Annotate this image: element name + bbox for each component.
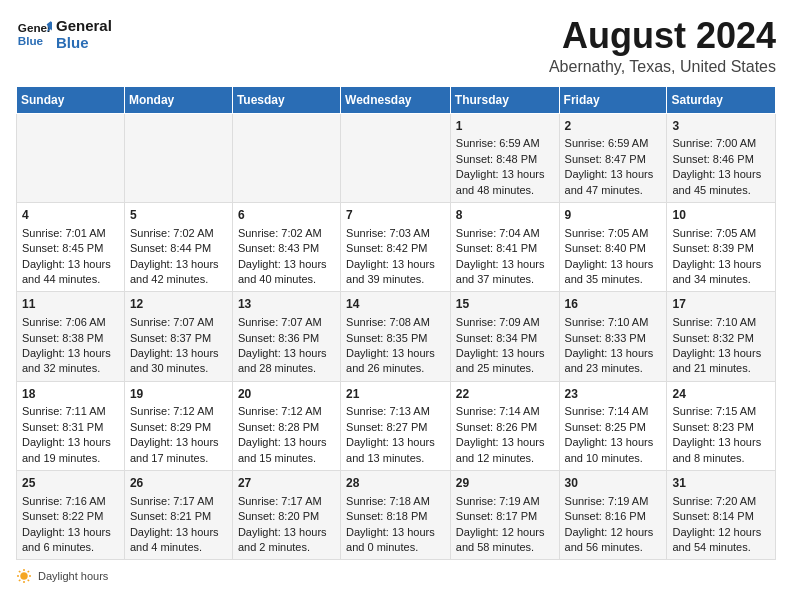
- week-row: 4Sunrise: 7:01 AMSunset: 8:45 PMDaylight…: [17, 202, 776, 291]
- day-info-line: Sunset: 8:22 PM: [22, 509, 119, 524]
- day-info-line: Daylight: 13 hours and 28 minutes.: [238, 346, 335, 377]
- day-info-line: Sunset: 8:37 PM: [130, 331, 227, 346]
- day-info-line: Daylight: 13 hours and 32 minutes.: [22, 346, 119, 377]
- day-info-line: Sunset: 8:18 PM: [346, 509, 445, 524]
- calendar-cell: [124, 113, 232, 202]
- day-number: 18: [22, 386, 119, 403]
- day-info-line: Sunset: 8:41 PM: [456, 241, 554, 256]
- calendar-cell: 23Sunrise: 7:14 AMSunset: 8:25 PMDayligh…: [559, 381, 667, 470]
- day-info-line: Sunrise: 7:13 AM: [346, 404, 445, 419]
- calendar-cell: 15Sunrise: 7:09 AMSunset: 8:34 PMDayligh…: [450, 292, 559, 381]
- week-row: 18Sunrise: 7:11 AMSunset: 8:31 PMDayligh…: [17, 381, 776, 470]
- day-info-line: Daylight: 13 hours and 17 minutes.: [130, 435, 227, 466]
- day-info-line: Sunset: 8:47 PM: [565, 152, 662, 167]
- day-number: 22: [456, 386, 554, 403]
- calendar-cell: 28Sunrise: 7:18 AMSunset: 8:18 PMDayligh…: [341, 471, 451, 560]
- svg-line-8: [19, 571, 20, 572]
- day-number: 19: [130, 386, 227, 403]
- day-number: 2: [565, 118, 662, 135]
- calendar-cell: 16Sunrise: 7:10 AMSunset: 8:33 PMDayligh…: [559, 292, 667, 381]
- calendar-cell: 13Sunrise: 7:07 AMSunset: 8:36 PMDayligh…: [232, 292, 340, 381]
- logo-icon: General Blue: [16, 16, 52, 52]
- calendar-cell: [17, 113, 125, 202]
- day-info-line: Sunset: 8:32 PM: [672, 331, 770, 346]
- day-info-line: Daylight: 13 hours and 48 minutes.: [456, 167, 554, 198]
- day-info-line: Sunrise: 7:03 AM: [346, 226, 445, 241]
- day-number: 11: [22, 296, 119, 313]
- day-info-line: Daylight: 13 hours and 21 minutes.: [672, 346, 770, 377]
- day-info-line: Sunrise: 7:10 AM: [565, 315, 662, 330]
- day-number: 8: [456, 207, 554, 224]
- day-info-line: Sunrise: 7:20 AM: [672, 494, 770, 509]
- day-info-line: Sunrise: 7:15 AM: [672, 404, 770, 419]
- calendar-cell: 7Sunrise: 7:03 AMSunset: 8:42 PMDaylight…: [341, 202, 451, 291]
- header-day-monday: Monday: [124, 86, 232, 113]
- calendar-cell: [341, 113, 451, 202]
- calendar-table: SundayMondayTuesdayWednesdayThursdayFrid…: [16, 86, 776, 561]
- day-number: 26: [130, 475, 227, 492]
- calendar-cell: 30Sunrise: 7:19 AMSunset: 8:16 PMDayligh…: [559, 471, 667, 560]
- day-info-line: Sunset: 8:44 PM: [130, 241, 227, 256]
- day-number: 16: [565, 296, 662, 313]
- day-info-line: Sunset: 8:35 PM: [346, 331, 445, 346]
- subtitle: Abernathy, Texas, United States: [549, 58, 776, 76]
- day-number: 15: [456, 296, 554, 313]
- day-info-line: Sunset: 8:38 PM: [22, 331, 119, 346]
- calendar-cell: 25Sunrise: 7:16 AMSunset: 8:22 PMDayligh…: [17, 471, 125, 560]
- day-info-line: Sunrise: 7:07 AM: [130, 315, 227, 330]
- day-info-line: Sunset: 8:27 PM: [346, 420, 445, 435]
- header-day-saturday: Saturday: [667, 86, 776, 113]
- day-info-line: Sunrise: 7:05 AM: [565, 226, 662, 241]
- day-info-line: Sunset: 8:21 PM: [130, 509, 227, 524]
- day-info-line: Sunset: 8:46 PM: [672, 152, 770, 167]
- footer: Daylight hours: [16, 568, 776, 584]
- day-number: 24: [672, 386, 770, 403]
- day-info-line: Daylight: 13 hours and 42 minutes.: [130, 257, 227, 288]
- day-number: 5: [130, 207, 227, 224]
- day-number: 21: [346, 386, 445, 403]
- title-area: August 2024 Abernathy, Texas, United Sta…: [549, 16, 776, 76]
- logo-line2: Blue: [56, 34, 112, 51]
- day-info-line: Daylight: 13 hours and 47 minutes.: [565, 167, 662, 198]
- day-info-line: Sunrise: 7:17 AM: [130, 494, 227, 509]
- day-number: 9: [565, 207, 662, 224]
- svg-point-3: [21, 573, 28, 580]
- day-info-line: Daylight: 13 hours and 8 minutes.: [672, 435, 770, 466]
- header: General Blue General Blue August 2024 Ab…: [16, 16, 776, 76]
- day-info-line: Sunset: 8:29 PM: [130, 420, 227, 435]
- day-info-line: Daylight: 12 hours and 58 minutes.: [456, 525, 554, 556]
- day-info-line: Sunrise: 6:59 AM: [565, 136, 662, 151]
- day-number: 23: [565, 386, 662, 403]
- day-info-line: Sunset: 8:36 PM: [238, 331, 335, 346]
- header-row: SundayMondayTuesdayWednesdayThursdayFrid…: [17, 86, 776, 113]
- calendar-cell: 20Sunrise: 7:12 AMSunset: 8:28 PMDayligh…: [232, 381, 340, 470]
- day-info-line: Sunset: 8:40 PM: [565, 241, 662, 256]
- week-row: 1Sunrise: 6:59 AMSunset: 8:48 PMDaylight…: [17, 113, 776, 202]
- day-info-line: Daylight: 13 hours and 30 minutes.: [130, 346, 227, 377]
- day-info-line: Daylight: 13 hours and 34 minutes.: [672, 257, 770, 288]
- calendar-cell: 9Sunrise: 7:05 AMSunset: 8:40 PMDaylight…: [559, 202, 667, 291]
- sun-icon: [16, 568, 32, 584]
- day-number: 3: [672, 118, 770, 135]
- day-number: 30: [565, 475, 662, 492]
- day-number: 28: [346, 475, 445, 492]
- day-info-line: Daylight: 13 hours and 4 minutes.: [130, 525, 227, 556]
- calendar-cell: 2Sunrise: 6:59 AMSunset: 8:47 PMDaylight…: [559, 113, 667, 202]
- day-info-line: Sunset: 8:28 PM: [238, 420, 335, 435]
- week-row: 25Sunrise: 7:16 AMSunset: 8:22 PMDayligh…: [17, 471, 776, 560]
- day-info-line: Daylight: 13 hours and 13 minutes.: [346, 435, 445, 466]
- calendar-body: 1Sunrise: 6:59 AMSunset: 8:48 PMDaylight…: [17, 113, 776, 560]
- day-info-line: Sunset: 8:26 PM: [456, 420, 554, 435]
- day-info-line: Sunrise: 7:02 AM: [130, 226, 227, 241]
- day-info-line: Daylight: 13 hours and 6 minutes.: [22, 525, 119, 556]
- day-info-line: Sunrise: 7:10 AM: [672, 315, 770, 330]
- day-number: 29: [456, 475, 554, 492]
- day-number: 27: [238, 475, 335, 492]
- day-info-line: Daylight: 13 hours and 37 minutes.: [456, 257, 554, 288]
- calendar-cell: 21Sunrise: 7:13 AMSunset: 8:27 PMDayligh…: [341, 381, 451, 470]
- day-info-line: Daylight: 13 hours and 44 minutes.: [22, 257, 119, 288]
- calendar-cell: 6Sunrise: 7:02 AMSunset: 8:43 PMDaylight…: [232, 202, 340, 291]
- day-number: 1: [456, 118, 554, 135]
- day-info-line: Sunrise: 7:14 AM: [565, 404, 662, 419]
- day-info-line: Sunrise: 7:05 AM: [672, 226, 770, 241]
